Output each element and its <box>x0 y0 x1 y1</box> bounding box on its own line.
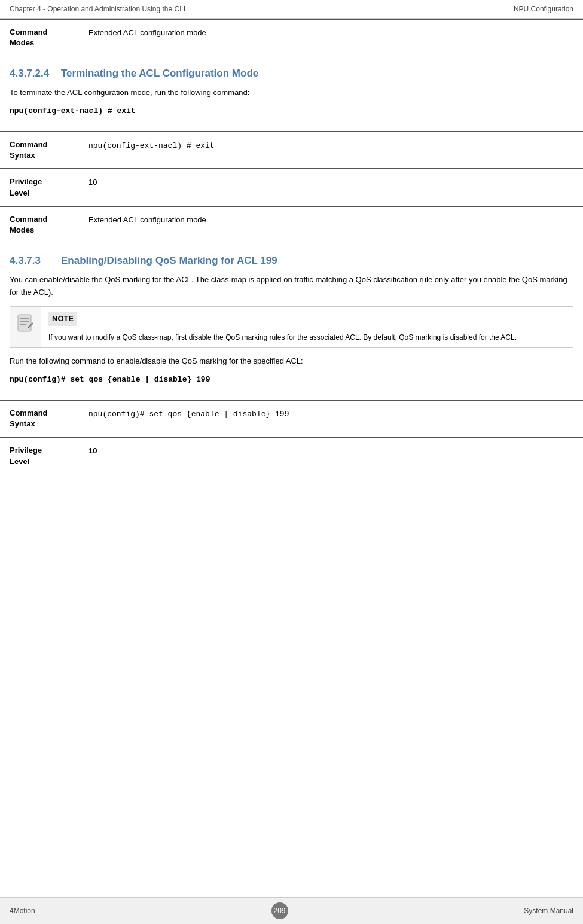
page-footer: 4Motion 209 System Manual <box>0 897 583 924</box>
footer-left: 4Motion <box>10 907 35 915</box>
note-title: NOTE <box>48 312 77 327</box>
section-4373-run: Run the following command to enable/disa… <box>10 355 573 368</box>
section-4372-body: To terminate the ACL configuration mode,… <box>0 84 583 131</box>
section-4372-syntax-label: CommandSyntax <box>10 139 88 161</box>
svg-rect-1 <box>20 318 29 319</box>
section-4372-syntax-value: npu(config-ext-nacl) # exit <box>88 139 573 161</box>
section-4372-modes-label: CommandModes <box>10 214 88 236</box>
section-4372-number: 4.3.7.2.4 <box>10 68 51 80</box>
section-4372-privilege-label: PrivilegeLevel <box>10 176 88 198</box>
section-4373-syntax-value: npu(config)# set qos {enable | disable} … <box>88 408 573 429</box>
section-4373-command: npu(config)# set qos {enable | disable} … <box>10 374 573 386</box>
section-4373-body: You can enable/disable the QoS marking f… <box>0 272 583 400</box>
top-command-modes-label: CommandModes <box>10 27 88 48</box>
section-4372-privilege-row: PrivilegeLevel 10 <box>0 168 583 205</box>
top-command-modes-value: Extended ACL configuration mode <box>88 27 573 48</box>
section-4373-privilege-row: PrivilegeLevel 10 <box>0 437 583 474</box>
note-text: If you want to modify a QoS class-map, f… <box>48 332 566 343</box>
page-content: CommandModes Extended ACL configuration … <box>0 19 583 498</box>
header-left: Chapter 4 - Operation and Administration… <box>10 5 185 13</box>
section-4373-intro: You can enable/disable the QoS marking f… <box>10 274 573 299</box>
svg-rect-2 <box>20 321 29 322</box>
section-4372-syntax-row: CommandSyntax npu(config-ext-nacl) # exi… <box>0 131 583 168</box>
section-4373-privilege-value: 10 <box>88 445 573 466</box>
svg-rect-3 <box>20 324 26 325</box>
section-4373-syntax-label: CommandSyntax <box>10 408 88 429</box>
section-4373-privilege-label: PrivilegeLevel <box>10 445 88 466</box>
page-header: Chapter 4 - Operation and Administration… <box>0 0 583 19</box>
page-number: 209 <box>271 902 288 919</box>
section-4373-heading: 4.3.7.3 Enabling/Disabling QoS Marking f… <box>0 243 583 272</box>
footer-right: System Manual <box>524 907 573 915</box>
note-icon-area <box>10 307 41 348</box>
note-icon <box>16 313 36 333</box>
section-4373-number: 4.3.7.3 <box>10 255 51 267</box>
note-content: NOTE If you want to modify a QoS class-m… <box>41 307 573 348</box>
svg-rect-0 <box>18 315 31 331</box>
section-4373-title: Enabling/Disabling QoS Marking for ACL 1… <box>61 255 277 267</box>
section-4372-modes-value: Extended ACL configuration mode <box>88 214 573 236</box>
header-right: NPU Configuration <box>514 5 573 13</box>
section-4372-title: Terminating the ACL Configuration Mode <box>61 68 258 80</box>
section-4372-command: npu(config-ext-nacl) # exit <box>10 105 573 118</box>
section-4372-heading: 4.3.7.2.4 Terminating the ACL Configurat… <box>0 56 583 84</box>
top-command-modes-row: CommandModes Extended ACL configuration … <box>0 19 583 56</box>
section-4372-privilege-value: 10 <box>88 176 573 198</box>
note-box: NOTE If you want to modify a QoS class-m… <box>10 306 573 349</box>
section-4372-intro: To terminate the ACL configuration mode,… <box>10 87 573 99</box>
section-4373-syntax-row: CommandSyntax npu(config)# set qos {enab… <box>0 400 583 437</box>
section-4372-modes-row: CommandModes Extended ACL configuration … <box>0 206 583 243</box>
